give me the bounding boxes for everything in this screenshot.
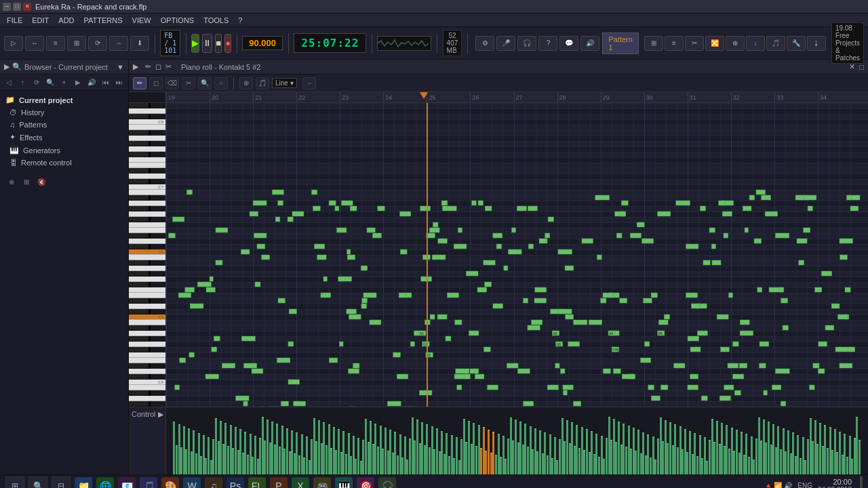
piano-key-C#7[interactable] [129, 179, 151, 184]
piano-key-A#3[interactable] [129, 390, 151, 396]
song-icon-9[interactable]: ⭳ [807, 36, 826, 51]
song-icon-2[interactable]: ≡ [665, 36, 684, 51]
sidebar-mute-btn[interactable]: 🔇 [35, 176, 47, 188]
song-icon-1[interactable]: ⊞ [644, 36, 663, 51]
menu-patterns[interactable]: PATTERNS [80, 15, 127, 26]
piano-key-G#5[interactable] [129, 271, 151, 277]
piano-key-F#5[interactable] [129, 282, 151, 287]
sidebar-item-current-project[interactable]: 📁 Current project [0, 94, 128, 106]
pr-select-tool[interactable]: ◻ [149, 77, 163, 89]
song-icon-5[interactable]: ⊕ [726, 36, 745, 51]
menu-add[interactable]: ADD [54, 15, 78, 26]
maximize-button[interactable]: □ [13, 3, 21, 11]
piano-key-G4[interactable] [129, 342, 166, 347]
piano-key-D#6[interactable] [129, 233, 151, 239]
right-icon-4[interactable]: ? [538, 36, 557, 51]
sidebar-item-effects[interactable]: ✦ Effects [0, 131, 128, 144]
piano-key-C#5[interactable] [129, 309, 151, 314]
piano-key-C7[interactable]: C7 [129, 184, 166, 190]
window-controls[interactable]: ─ □ ✕ [3, 3, 31, 11]
pr-zoom-tool[interactable]: 🔍 [198, 77, 212, 89]
pr-draw-tool[interactable]: ✏ [133, 77, 146, 89]
piano-key-D6[interactable] [129, 239, 166, 244]
sidebar-item-generators[interactable]: 🎹 Generators [0, 144, 128, 157]
search-button[interactable]: 🔍 [28, 476, 47, 489]
piano-key-A7[interactable] [129, 136, 166, 141]
piano-key-C#8[interactable] [129, 114, 151, 119]
piano-key-A6[interactable] [129, 201, 166, 206]
show-desktop-btn[interactable] [860, 476, 863, 489]
sidebar-item-history[interactable]: ⏱ History [0, 106, 128, 119]
piano-key-D#4[interactable] [129, 363, 151, 369]
toolbar-icon-1[interactable]: ▷ [4, 36, 23, 51]
close-button[interactable]: ✕ [23, 3, 31, 11]
piano-key-F4[interactable] [129, 352, 166, 358]
piano-key-F6[interactable] [129, 222, 166, 228]
piano-key-D5[interactable] [129, 304, 166, 309]
control-expand-btn[interactable]: ▶ [158, 410, 163, 419]
sidebar-prev-btn[interactable]: ⏮ [100, 77, 111, 89]
taskbar-mail[interactable]: 📧 [118, 477, 136, 489]
right-icon-2[interactable]: 🎤 [496, 36, 515, 51]
taskbar-app6[interactable]: 🎯 [357, 477, 374, 489]
pr-magnet[interactable]: ⊕ [239, 77, 253, 89]
taskbar-app5[interactable]: 🎹 [335, 477, 353, 489]
piano-key-A5[interactable] [129, 266, 166, 271]
sidebar-next-btn[interactable]: ⏭ [114, 77, 125, 89]
pr-snap-select[interactable]: Line ▾ [272, 78, 297, 88]
piano-key-F#7[interactable] [129, 152, 151, 157]
piano-key-G7[interactable] [129, 146, 166, 152]
piano-key-G#7[interactable] [129, 141, 151, 146]
piano-key-A#5[interactable] [129, 260, 151, 266]
pr-arrow-btn[interactable]: → [302, 77, 316, 89]
piano-key-E5[interactable] [129, 293, 166, 298]
pr-erase-tool[interactable]: ⌫ [165, 77, 179, 89]
tool-cut[interactable]: ✂ [165, 62, 172, 71]
menu-file[interactable]: FILE [3, 15, 26, 26]
free-projects-link[interactable]: 19.08 Free Projects & Patches [831, 22, 864, 64]
piano-key-C4[interactable]: C4 [129, 380, 166, 385]
piano-key-G5[interactable] [129, 277, 166, 282]
taskbar-browser[interactable]: 🌐 [96, 477, 114, 489]
piano-key-B7[interactable] [129, 125, 166, 130]
sidebar-add-btn[interactable]: + [58, 77, 70, 89]
record-button[interactable]: ● [224, 34, 231, 53]
piano-key-B3[interactable] [129, 385, 166, 390]
note-grid[interactable] [166, 103, 868, 407]
piano-key-A3[interactable] [129, 396, 166, 401]
tool-pencil[interactable]: ✏ [145, 62, 151, 71]
right-icon-5[interactable]: 💬 [559, 36, 578, 51]
taskbar-photoshop[interactable]: Ps [226, 477, 244, 489]
piano-key-A#4[interactable] [129, 325, 151, 331]
taskbar-app4[interactable]: 🎮 [313, 477, 331, 489]
piano-key-E7[interactable] [129, 163, 166, 168]
bpm-display[interactable]: 90.000 [242, 36, 283, 50]
sidebar-refresh-btn[interactable]: ⟳ [31, 77, 42, 89]
piano-key-C6[interactable]: C6 [129, 249, 166, 255]
piano-key-F#4[interactable] [129, 347, 151, 352]
menu-view[interactable]: VIEW [128, 15, 155, 26]
right-icon-1[interactable]: ⚙ [475, 36, 494, 51]
sidebar-vol-btn[interactable]: 🔊 [86, 77, 98, 89]
taskbar-ppt[interactable]: P [270, 477, 288, 489]
play-button[interactable]: ▶ [191, 34, 199, 53]
piano-key-G#3[interactable] [129, 401, 151, 407]
toolbar-icon-7[interactable]: ⬇ [130, 36, 149, 51]
piano-key-B6[interactable] [129, 190, 166, 195]
right-icon-6[interactable]: 🔊 [580, 36, 599, 51]
song-icon-7[interactable]: 🎵 [766, 36, 785, 51]
piano-key-G#4[interactable] [129, 336, 151, 342]
sidebar-up-btn[interactable]: ↑ [16, 77, 28, 89]
sidebar-collapse-btn[interactable]: ⊕ [5, 176, 18, 188]
sidebar-search-btn[interactable]: 🔍 [44, 77, 56, 89]
taskbar-app1[interactable]: 🎵 [140, 477, 157, 489]
piano-key-D7[interactable] [129, 174, 166, 179]
taskbar-fl-studio[interactable]: FL [248, 477, 266, 489]
right-icon-3[interactable]: 🎧 [517, 36, 536, 51]
piano-key-D#8[interactable] [129, 103, 151, 108]
toolbar-icon-6[interactable]: → [109, 36, 128, 51]
sidebar-options-btn[interactable]: ⊞ [20, 176, 33, 188]
piano-key-E4[interactable] [129, 358, 166, 363]
sidebar-item-remote-control[interactable]: 🎛 Remote control [0, 157, 128, 169]
taskbar-app2[interactable]: 🎨 [161, 477, 179, 489]
